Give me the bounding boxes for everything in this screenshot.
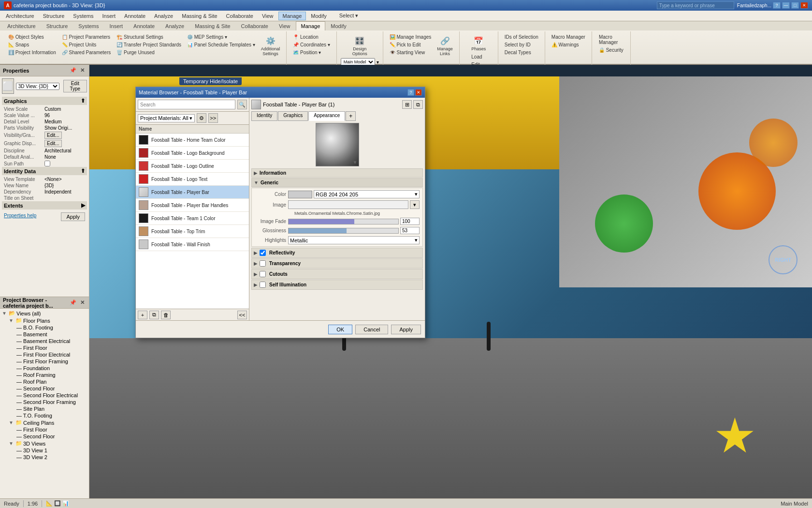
dialog-help-btn[interactable]: ? <box>407 89 414 96</box>
duplicate-material-btn[interactable]: ⧉ <box>149 311 159 319</box>
ribbon-tab-insert[interactable]: Insert <box>104 21 129 30</box>
tree-views-all[interactable]: ▼ 📂 Views (all) <box>1 310 88 317</box>
title-maximize-btn[interactable]: □ <box>791 2 799 9</box>
phases-btn[interactable]: 📅 Phases <box>469 33 488 53</box>
edit-type-btn[interactable]: Edit Type <box>63 80 87 92</box>
ribbon-tab-collaborate[interactable]: Collaborate <box>236 21 274 30</box>
load-btn[interactable]: Load <box>469 53 488 60</box>
ok-btn[interactable]: OK <box>328 325 352 334</box>
add-tab-btn[interactable]: + <box>346 111 356 121</box>
reflectivity-checkbox[interactable] <box>260 250 266 256</box>
project-units-btn[interactable]: 📏 Project Units <box>59 41 114 48</box>
tree-item-first-floor[interactable]: — First Floor <box>14 344 88 351</box>
menu-modify[interactable]: Modify <box>307 12 330 20</box>
highlights-dropdown[interactable]: Metallic ▾ <box>288 236 420 244</box>
structural-settings-btn[interactable]: 🏗️ Structural Settings <box>114 33 184 41</box>
copy-material-btn[interactable]: ⧉ <box>413 100 423 109</box>
pick-to-edit-btn[interactable]: ✏️ Pick to Edit <box>387 41 434 48</box>
ribbon-tab-systems[interactable]: Systems <box>73 21 104 30</box>
snaps-btn[interactable]: 📐 Snaps <box>6 41 58 48</box>
menu-view[interactable]: View <box>258 12 277 20</box>
project-params-btn[interactable]: 📋 Project Parameters <box>59 33 114 41</box>
security-btn[interactable]: 🔒 Security <box>596 46 626 54</box>
image-fade-input[interactable] <box>400 218 420 225</box>
material-item-home-team[interactable]: Foosball Table - Home Team Color <box>136 134 249 147</box>
select-by-id-btn[interactable]: Select by ID <box>502 41 541 48</box>
sun-path-checkbox[interactable] <box>44 161 50 166</box>
menu-manage[interactable]: Manage <box>278 12 306 20</box>
reflectivity-section[interactable]: ▶ Reflectivity <box>251 248 423 258</box>
position-btn[interactable]: 🗺️ Position ▾ <box>290 49 332 56</box>
tab-graphics[interactable]: Graphics <box>278 111 308 121</box>
tree-item-3d-view-2[interactable]: — 3D View 2 <box>14 454 88 461</box>
purge-btn[interactable]: 🗑️ Purge Unused <box>114 49 184 56</box>
glossiness-bar[interactable] <box>288 228 399 234</box>
ribbon-tab-annotate[interactable]: Annotate <box>128 21 160 30</box>
ribbon-tab-manage[interactable]: Manage <box>296 21 326 30</box>
tree-item-first-floor-framing[interactable]: — First Floor Framing <box>14 358 88 365</box>
ribbon-tab-structure[interactable]: Structure <box>41 21 73 30</box>
tree-item-to-footing[interactable]: — T.O. Footing <box>14 412 88 419</box>
title-help-btn[interactable]: ? <box>773 2 781 9</box>
tree-item-ceiling-second[interactable]: — Second Floor <box>14 433 88 440</box>
starting-view-btn[interactable]: 👁️ Starting View <box>387 49 434 56</box>
tree-item-basement-elec[interactable]: — Basement Electrical <box>14 338 88 344</box>
material-item-top-trim[interactable]: Foosball Table - Top Trim <box>136 225 249 238</box>
tab-identity[interactable]: Identity <box>251 111 277 121</box>
macro-manager-btn[interactable]: Macro Manager <box>549 33 588 41</box>
generic-section-header[interactable]: ▼ Generic <box>251 178 423 187</box>
tree-ceiling-plans[interactable]: ▼ 📁 Ceiling Plans <box>8 419 88 426</box>
menu-massing[interactable]: Massing & Site <box>178 12 221 20</box>
project-info-btn[interactable]: ℹ️ Project Information <box>6 49 58 56</box>
tree-item-second-floor-framing[interactable]: — Second Floor Framing <box>14 399 88 405</box>
tree-item-second-floor[interactable]: — Second Floor <box>14 385 88 392</box>
highlights-btn[interactable]: ⊞ <box>402 100 412 109</box>
graphics-section-header[interactable]: Graphics ⬆ <box>2 97 87 105</box>
menu-select-dropdown[interactable]: Select ▾ <box>335 12 362 20</box>
menu-architecture[interactable]: Architecture <box>2 12 38 20</box>
ribbon-tab-architecture[interactable]: Architecture <box>2 21 41 30</box>
warnings-btn[interactable]: ⚠️ Warnings <box>549 41 588 48</box>
ribbon-tab-view[interactable]: View <box>274 21 296 30</box>
material-item-player-bar-handles[interactable]: Foosball Table - Player Bar Handles <box>136 199 249 212</box>
glossiness-input[interactable] <box>400 227 420 234</box>
cancel-btn[interactable]: Cancel <box>355 325 388 334</box>
material-search-input[interactable] <box>138 100 235 109</box>
tree-item-basement[interactable]: — Basement <box>14 331 88 338</box>
extents-section-header[interactable]: Extents ▶ <box>2 201 87 209</box>
title-minimize-btn[interactable]: — <box>782 2 790 9</box>
tree-floor-plans[interactable]: ▼ 📁 Floor Plans <box>8 317 88 324</box>
delete-material-btn[interactable]: 🗑 <box>161 311 171 319</box>
properties-close-btn[interactable]: ✕ <box>78 67 86 75</box>
material-item-wall-finish[interactable]: Foosball Table - Wall Finish <box>136 238 249 251</box>
manage-links-btn[interactable]: 🔗 ManageLinks <box>435 33 455 58</box>
apply-btn[interactable]: Apply <box>391 325 421 334</box>
view-dropdown[interactable]: 3D View: {3D} <box>16 83 59 90</box>
shared-params-btn[interactable]: 🔗 Shared Parameters <box>59 49 114 56</box>
image-field[interactable] <box>288 200 408 209</box>
title-close-btn[interactable]: ✕ <box>800 2 808 9</box>
material-browser-dialog[interactable]: Material Browser - Foosball Table - Play… <box>135 87 425 338</box>
tree-item-ceiling-first[interactable]: — First Floor <box>14 426 88 433</box>
image-fade-bar[interactable] <box>288 219 399 224</box>
identity-section-header[interactable]: Identity Data ⬆ <box>2 167 87 175</box>
project-materials-dropdown[interactable]: Project Materials: All ▾ <box>138 114 195 122</box>
information-section[interactable]: ▶ Information <box>251 168 423 178</box>
material-item-team1[interactable]: Foosball Table - Team 1 Color <box>136 212 249 225</box>
tree-item-first-floor-elec[interactable]: — First Floor Electrical <box>14 351 88 358</box>
material-item-player-bar[interactable]: Foosball Table - Player Bar <box>136 186 249 199</box>
decal-types-btn[interactable]: Decal Types <box>502 49 541 56</box>
properties-apply-btn[interactable]: Apply <box>61 212 85 221</box>
panel-schedule-btn[interactable]: 📊 Panel Schedule Templates ▾ <box>185 41 258 48</box>
tree-item-second-floor-elec[interactable]: — Second Floor Electrical <box>14 392 88 399</box>
tree-item-roof-plan[interactable]: — Roof Plan <box>14 378 88 385</box>
image-dropdown-btn[interactable]: ▾ <box>410 200 420 209</box>
filter-options-btn[interactable]: ⚙ <box>197 113 206 123</box>
tree-item-3d-view-1[interactable]: — 3D View 1 <box>14 447 88 454</box>
additional-settings-btn[interactable]: ⚙️ AdditionalSettings <box>259 33 283 58</box>
preview-arrow[interactable]: ▼ <box>353 160 358 165</box>
tree-3d-views[interactable]: ▼ 📁 3D Views <box>8 440 88 447</box>
menu-systems[interactable]: Systems <box>69 12 97 20</box>
mep-settings-btn[interactable]: ⚙️ MEP Settings ▾ <box>185 33 258 41</box>
object-styles-btn[interactable]: 🎨 Object Styles <box>6 33 58 41</box>
